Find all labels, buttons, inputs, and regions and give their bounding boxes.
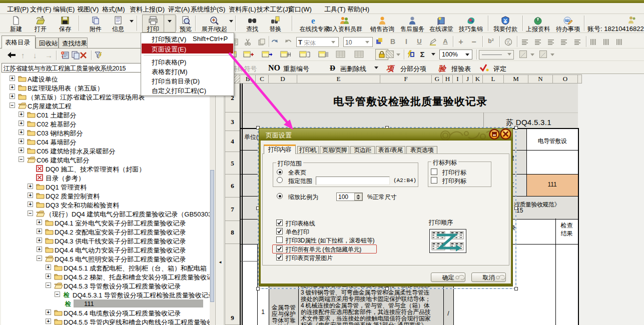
svg-text:a: a — [509, 42, 510, 45]
svg-text:1: 1 — [506, 40, 508, 42]
svg-text:e: e — [311, 16, 315, 25]
